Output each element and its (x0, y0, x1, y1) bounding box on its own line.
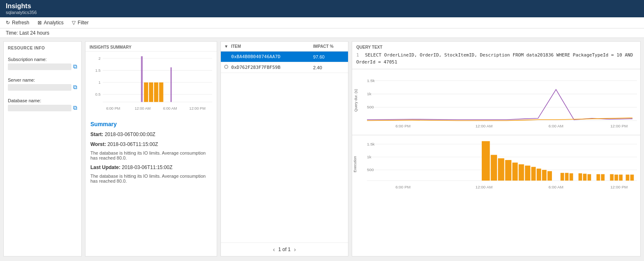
worst-value: 2018-03-06T11:15:00Z (107, 141, 158, 147)
item-status-icon (224, 65, 228, 69)
svg-rect-53 (587, 174, 591, 181)
item-cell: 0xBA4B0B040746AA7D (221, 52, 310, 62)
refresh-icon: ↻ (6, 20, 10, 26)
query-code: 1 SELECT OrderLineID, OrderID, StockItem… (356, 52, 636, 66)
svg-text:12:00 PM: 12:00 PM (610, 124, 627, 128)
server-value (8, 84, 71, 91)
summary-last-update: Last Update: 2018-03-06T11:15:00Z (90, 164, 212, 171)
svg-rect-37 (482, 141, 490, 181)
insights-summary-title: INSIGHTS SUMMARY (85, 42, 217, 52)
svg-text:1k: 1k (367, 92, 371, 96)
description1: The database is hitting its IO limits. A… (90, 150, 212, 160)
svg-rect-16 (154, 82, 158, 102)
summary-title: Summary (90, 121, 212, 127)
svg-rect-51 (578, 173, 582, 181)
svg-rect-46 (542, 170, 547, 181)
item-hash: 0xD762F283F7FBF59B (231, 65, 280, 70)
impact-cell: 97.60 (310, 52, 348, 62)
database-label: Database name: (8, 98, 77, 103)
page-label: 1 of 1 (278, 247, 291, 252)
item-cell: 0xD762F283F7FBF59B (221, 62, 310, 73)
svg-rect-52 (583, 174, 587, 181)
pagination: ‹ 1 of 1 › (221, 242, 348, 256)
analytics-button[interactable]: ⊠ Analytics (38, 20, 64, 26)
duration-svg: 1.5k 1k 500 6:00 PM 12:00 AM 6:00 AM 12:… (367, 72, 637, 129)
svg-rect-13 (141, 56, 143, 102)
resource-info-title: RESOURCE INFO (8, 46, 77, 50)
impact-col-header: IMPACT % (310, 42, 348, 52)
server-label: Server name: (8, 78, 77, 82)
last-update-value: 2018-03-06T11:15:00Z (122, 165, 173, 170)
summary-content: Summary Start: 2018-03-06T00:00:00Z Wors… (85, 118, 217, 256)
app-title: Insights (6, 2, 638, 10)
last-update-label: Last Update: (90, 165, 121, 170)
analytics-icon: ⊠ (38, 20, 42, 26)
svg-text:12:00 AM: 12:00 AM (135, 106, 151, 110)
svg-rect-39 (498, 158, 504, 181)
item-status-icon (224, 54, 228, 58)
next-page-button[interactable]: › (294, 246, 296, 253)
svg-rect-47 (547, 171, 552, 181)
resource-info-panel: RESOURCE INFO Subscription name: ⧉ Serve… (3, 41, 82, 256)
svg-text:500: 500 (367, 105, 374, 109)
query-panel: QUERY TEXT 1 SELECT OrderLineID, OrderID… (352, 41, 641, 256)
svg-rect-44 (531, 167, 536, 181)
query-text-content: SELECT OrderLineID, OrderID, StockItemID… (356, 52, 633, 65)
svg-text:1: 1 (98, 80, 100, 85)
svg-rect-58 (619, 174, 623, 181)
svg-rect-38 (491, 155, 497, 181)
svg-rect-40 (505, 160, 511, 181)
svg-rect-55 (601, 174, 605, 181)
item-table: ▼ ITEM IMPACT % 0xBA4B0B040746AA7D 97.60… (221, 42, 348, 73)
svg-rect-60 (630, 174, 634, 181)
svg-text:1k: 1k (367, 155, 372, 159)
svg-rect-42 (519, 164, 524, 181)
svg-rect-59 (626, 174, 630, 181)
subscription-value (8, 63, 71, 70)
svg-text:12:00 PM: 12:00 PM (610, 185, 627, 189)
subscription-edit-icon[interactable]: ⧉ (73, 63, 77, 70)
summary-start: Start: 2018-03-06T00:00:00Z (90, 131, 212, 138)
database-field: Database name: ⧉ (8, 98, 77, 111)
svg-rect-56 (610, 174, 614, 181)
item-col-header: ▼ ITEM (221, 42, 310, 52)
toolbar: ↻ Refresh ⊠ Analytics ▽ Filter (0, 17, 644, 28)
server-edit-icon[interactable]: ⧉ (73, 84, 77, 91)
prev-page-button[interactable]: ‹ (273, 246, 275, 253)
filter-col-icon: ▼ (224, 44, 228, 49)
server-field: Server name: ⧉ (8, 78, 77, 91)
time-bar: Time: Last 24 hours (0, 28, 644, 38)
svg-text:6:00 PM: 6:00 PM (395, 124, 411, 128)
filter-icon: ▽ (72, 20, 76, 26)
duration-y-label: Query dur. (s) (354, 73, 358, 127)
svg-text:2: 2 (98, 56, 100, 61)
refresh-button[interactable]: ↻ Refresh (6, 20, 29, 26)
app-subtitle: sqlanalytics356 (6, 10, 638, 15)
query-line-number: 1 (356, 52, 359, 58)
svg-text:6:00 AM: 6:00 AM (163, 106, 177, 110)
execution-chart: Execution 1.5k 1k 500 (352, 135, 640, 256)
svg-rect-48 (561, 173, 564, 181)
svg-text:6:00 AM: 6:00 AM (549, 185, 564, 189)
svg-text:6:00 AM: 6:00 AM (549, 124, 564, 128)
insights-chart: 2 1.5 1 0.5 6:00 PM 12:00 AM 6:00 AM 12:… (85, 52, 217, 118)
subscription-field: Subscription name: ⧉ (8, 57, 77, 70)
table-row[interactable]: 0xBA4B0B040746AA7D 97.60 (221, 52, 348, 62)
filter-button[interactable]: ▽ Filter (72, 20, 89, 26)
query-text-title: QUERY TEXT (356, 45, 636, 49)
svg-text:0.5: 0.5 (95, 92, 101, 96)
subscription-label: Subscription name: (8, 57, 77, 62)
execution-y-label: Execution (353, 139, 357, 189)
database-value (8, 105, 71, 111)
item-hash: 0xBA4B0B040746AA7D (231, 54, 280, 59)
table-row[interactable]: 0xD762F283F7FBF59B 2.40 (221, 62, 348, 73)
svg-text:1.5k: 1.5k (367, 78, 375, 83)
main-content: RESOURCE INFO Subscription name: ⧉ Serve… (0, 38, 644, 260)
svg-text:12:00 AM: 12:00 AM (476, 124, 492, 128)
svg-text:1.5: 1.5 (95, 68, 101, 73)
svg-text:12:00 AM: 12:00 AM (476, 185, 492, 189)
svg-rect-14 (144, 82, 148, 102)
start-label: Start: (90, 132, 103, 137)
svg-text:12:00 PM: 12:00 PM (189, 106, 206, 110)
database-edit-icon[interactable]: ⧉ (73, 104, 77, 111)
